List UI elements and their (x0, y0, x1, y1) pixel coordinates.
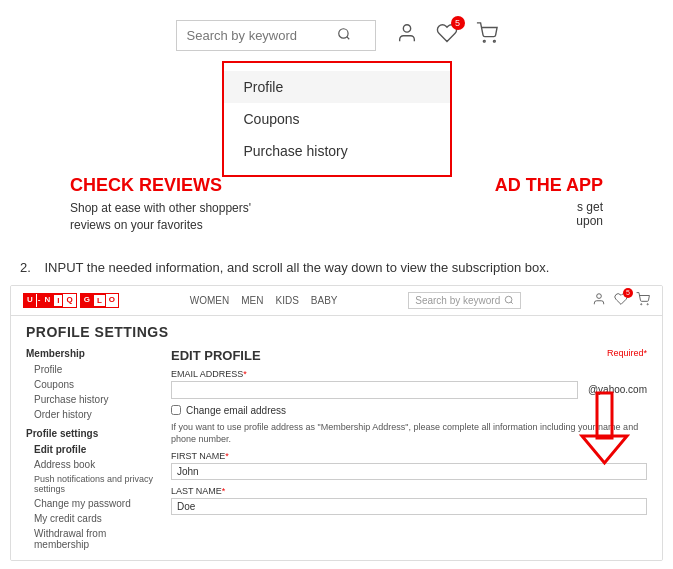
svg-point-5 (506, 296, 513, 303)
sidebar-item-order-history[interactable]: Order history (26, 407, 156, 422)
change-email-row: Change email address (171, 405, 647, 416)
nav-kids[interactable]: KIDS (275, 295, 298, 306)
mini-logo: U - N I Q G L O (23, 293, 119, 308)
mini-search-text: Search by keyword (415, 295, 500, 306)
sidebar-item-withdrawal[interactable]: Withdrawal from membership (26, 526, 156, 552)
user-icon[interactable] (396, 22, 418, 49)
promo-right: AD THE APP s getupon (337, 175, 604, 228)
sidebar-item-edit-profile[interactable]: Edit profile (26, 442, 156, 457)
sidebar-item-purchase-history[interactable]: Purchase history (26, 392, 156, 407)
promo-row: CHECK REVIEWS Shop at ease with other sh… (30, 167, 643, 242)
sidebar-profile-settings-title: Profile settings (26, 428, 156, 439)
promo-right-title: AD THE APP (337, 175, 604, 196)
wishlist-badge: 5 (451, 16, 465, 30)
sidebar-item-push-notifications[interactable]: Push notifications and privacy settings (26, 472, 156, 496)
required-note: Required* (607, 348, 647, 358)
svg-line-1 (346, 37, 349, 40)
sidebar-membership-title: Membership (26, 348, 156, 359)
nav-women[interactable]: WOMEN (190, 295, 229, 306)
first-name-field: FIRST NAME* John (171, 451, 647, 480)
nav-men[interactable]: MEN (241, 295, 263, 306)
form-title: EDIT PROFILE (171, 348, 261, 363)
first-name-input[interactable]: John (171, 463, 647, 480)
last-name-label: LAST NAME* (171, 486, 647, 496)
header-icons: 5 (396, 22, 498, 49)
profile-settings-title: PROFILE SETTINGS (26, 324, 647, 340)
menu-item-purchase-history[interactable]: Purchase history (224, 135, 450, 167)
sidebar-item-address-book[interactable]: Address book (26, 457, 156, 472)
search-container (176, 20, 376, 51)
mini-wishlist-badge: 5 (623, 288, 633, 298)
svg-point-4 (493, 40, 495, 42)
logo-u: U (24, 294, 36, 307)
logo-n: N (41, 294, 53, 307)
sidebar: Membership Profile Coupons Purchase hist… (26, 348, 156, 552)
dropdown-menu: Profile Coupons Purchase history (222, 61, 452, 177)
mini-user-icon[interactable] (592, 292, 606, 309)
promo-left-text: Shop at ease with other shoppers'reviews… (70, 200, 337, 234)
svg-marker-11 (582, 436, 627, 463)
dropdown-area: Profile Coupons Purchase history (30, 61, 643, 177)
sidebar-item-profile[interactable]: Profile (26, 362, 156, 377)
step-number: 2. (20, 260, 31, 275)
scroll-arrow-container (577, 388, 632, 470)
search-input[interactable] (187, 28, 337, 43)
logo-box: U - N I Q (23, 293, 77, 308)
svg-line-6 (511, 302, 513, 304)
menu-item-profile[interactable]: Profile (224, 71, 450, 103)
logo-box-2: G L O (80, 293, 119, 308)
info-text: If you want to use profile address as "M… (171, 421, 647, 446)
profile-content: Membership Profile Coupons Purchase hist… (26, 348, 647, 552)
nav-baby[interactable]: BABY (311, 295, 338, 306)
mini-cart-icon[interactable] (636, 292, 650, 309)
step-text: INPUT the needed information, and scroll… (44, 260, 549, 275)
email-row: @yahoo.com (171, 381, 647, 399)
mini-wishlist-icon[interactable]: 5 (614, 292, 628, 309)
promo-right-text: s getupon (337, 200, 604, 228)
app-section: U - N I Q G L O WOMEN MEN KIDS BABY Sear… (10, 285, 663, 561)
cart-icon[interactable] (476, 22, 498, 49)
promo-left-title: CHECK REVIEWS (70, 175, 337, 196)
first-name-label: FIRST NAME* (171, 451, 647, 461)
email-field: EMAIL ADDRESS* @yahoo.com (171, 369, 647, 399)
svg-point-7 (597, 293, 602, 298)
change-email-checkbox[interactable] (171, 405, 181, 415)
scroll-down-arrow (577, 388, 632, 468)
step-instruction: 2. INPUT the needed information, and scr… (0, 252, 673, 285)
email-label: EMAIL ADDRESS* (171, 369, 647, 379)
mini-nav: WOMEN MEN KIDS BABY (190, 295, 338, 306)
last-name-field: LAST NAME* Doe (171, 486, 647, 515)
svg-point-8 (641, 303, 642, 304)
svg-rect-10 (597, 393, 612, 438)
sidebar-item-coupons[interactable]: Coupons (26, 377, 156, 392)
svg-point-3 (483, 40, 485, 42)
svg-point-0 (338, 29, 347, 38)
last-name-input[interactable]: Doe (171, 498, 647, 515)
svg-point-2 (403, 25, 410, 32)
search-button[interactable] (337, 27, 351, 44)
change-email-label: Change email address (186, 405, 286, 416)
promo-left: CHECK REVIEWS Shop at ease with other sh… (70, 175, 337, 234)
profile-section: PROFILE SETTINGS Membership Profile Coup… (11, 316, 662, 560)
wishlist-icon[interactable]: 5 (436, 22, 458, 49)
mini-icons: 5 (592, 292, 650, 309)
sidebar-item-credit-cards[interactable]: My credit cards (26, 511, 156, 526)
sidebar-item-change-password[interactable]: Change my password (26, 496, 156, 511)
main-form: EDIT PROFILE Required* EMAIL ADDRESS* @y… (171, 348, 647, 552)
menu-item-coupons[interactable]: Coupons (224, 103, 450, 135)
mini-header: U - N I Q G L O WOMEN MEN KIDS BABY Sear… (11, 286, 662, 316)
svg-point-9 (647, 303, 648, 304)
mini-search[interactable]: Search by keyword (408, 292, 521, 309)
